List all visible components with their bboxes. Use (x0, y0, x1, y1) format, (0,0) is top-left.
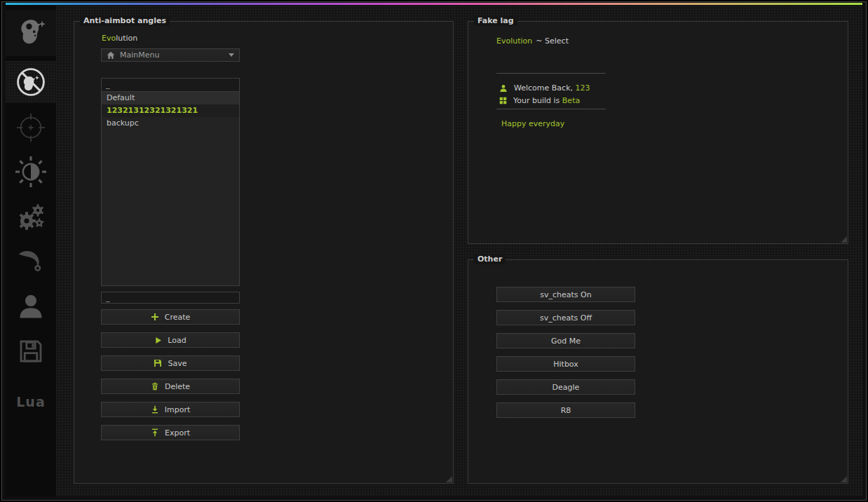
accent-gradient-bar (6, 3, 862, 5)
list-item[interactable]: backupc (102, 117, 239, 130)
resize-grip[interactable] (841, 476, 847, 482)
grid-icon (499, 97, 507, 104)
sidebar-item-visuals[interactable] (6, 149, 56, 194)
status-message: Happy everyday (501, 119, 564, 128)
resize-grip[interactable] (446, 476, 452, 482)
knife-icon (15, 245, 47, 278)
fakelag-panel: Fake lag Evolution~ Select Welcome Back,… (468, 21, 848, 244)
sidebar-item-misc[interactable] (6, 194, 56, 239)
home-icon (107, 51, 115, 60)
config-name-input[interactable]: _ (101, 292, 240, 304)
build-text: Your build is Beta (513, 96, 580, 105)
brand-select-header: Evolution~ Select (496, 36, 569, 46)
crosshair-icon (15, 111, 47, 144)
sidebar: Lua (6, 6, 56, 496)
plus-icon (151, 313, 159, 321)
sv-cheats-off-button[interactable]: sv_cheats Off (496, 310, 635, 325)
delete-button[interactable]: Delete (101, 379, 240, 394)
save-button[interactable]: Save (101, 355, 240, 371)
import-button[interactable]: Import (101, 402, 240, 417)
headshot-icon (15, 18, 46, 48)
load-button[interactable]: Load (101, 332, 240, 348)
resize-grip[interactable] (841, 236, 847, 243)
config-dropdown[interactable]: MainMenu (101, 48, 240, 62)
player-icon (15, 291, 46, 322)
sidebar-item-players[interactable] (6, 284, 56, 328)
separator (496, 109, 606, 109)
lua-label: Lua (16, 394, 45, 409)
other-panel: Other sv_cheats On sv_cheats Off God Me … (468, 259, 848, 484)
antiaim-panel: Anti-aimbot angles Evolution MainMenu _ … (74, 21, 454, 484)
config-list: _ Default 12321312321321321 backupc (101, 78, 240, 286)
chevron-down-icon (229, 53, 234, 57)
sidebar-item-legit[interactable] (6, 105, 56, 149)
list-item-selected[interactable]: 12321312321321321 (102, 104, 239, 117)
sidebar-item-configs[interactable] (6, 328, 56, 374)
fakelag-panel-title: Fake lag (474, 16, 517, 26)
sv-cheats-on-button[interactable]: sv_cheats On (496, 287, 635, 302)
sidebar-item-antiaim-active[interactable] (6, 61, 56, 103)
welcome-row: Welcome Back, 123 (499, 83, 590, 93)
separator (496, 73, 606, 74)
sidebar-item-skins[interactable] (6, 239, 56, 284)
import-icon (151, 405, 159, 414)
floppy-icon (16, 337, 46, 366)
antiaim-panel-title: Anti-aimbot angles (80, 16, 170, 26)
other-panel-title: Other (474, 255, 506, 264)
deagle-button[interactable]: Deagle (496, 379, 635, 395)
sidebar-item-lua[interactable]: Lua (6, 384, 56, 419)
no-aim-icon (15, 66, 47, 98)
brightness-icon (14, 155, 48, 189)
save-icon (154, 359, 162, 367)
create-button[interactable]: Create (101, 309, 240, 325)
sidebar-item-rage[interactable] (6, 10, 56, 56)
export-button[interactable]: Export (101, 425, 240, 440)
config-list-filter[interactable]: _ (102, 79, 239, 92)
trash-icon (151, 382, 159, 391)
r8-button[interactable]: R8 (496, 402, 635, 418)
god-me-button[interactable]: God Me (496, 333, 635, 348)
hitbox-button[interactable]: Hitbox (496, 356, 635, 372)
export-icon (151, 428, 159, 437)
config-dropdown-value: MainMenu (120, 50, 159, 60)
list-item[interactable]: Default (102, 92, 239, 104)
user-icon (499, 84, 508, 93)
cheat-menu-window: Lua Anti-aimbot angles Evolution MainMen… (0, 0, 868, 502)
config-brand-label: Evolution (102, 34, 137, 43)
gears-icon (14, 200, 48, 233)
build-row: Your build is Beta (499, 96, 580, 105)
welcome-text: Welcome Back, 123 (514, 83, 590, 93)
play-icon (154, 337, 162, 344)
